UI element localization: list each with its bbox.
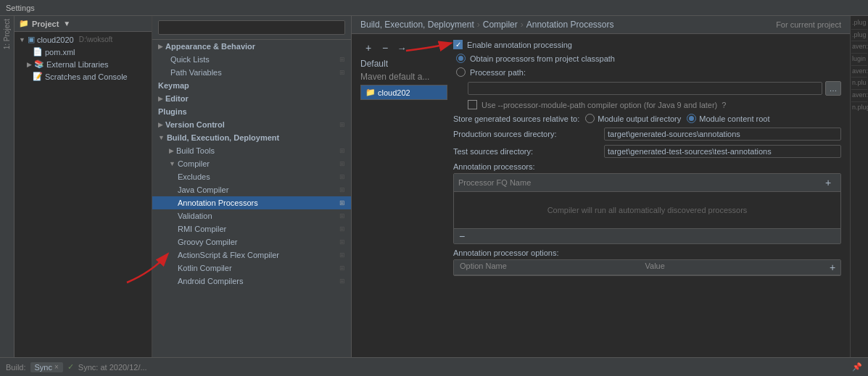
remove-module-button[interactable]: −: [377, 40, 393, 56]
appearance-arrow: ▶: [158, 43, 163, 50]
settings-search-container: [152, 16, 351, 40]
settings-item-compiler[interactable]: ▼ Compiler ⊞: [152, 157, 351, 170]
for-project: For current project: [776, 20, 841, 29]
settings-label-groovy: Groovy Compiler: [178, 238, 238, 246]
settings-item-actionscript[interactable]: ActionScript & Flex Compiler ⊞: [152, 248, 351, 262]
module-output-radio[interactable]: [585, 114, 595, 123]
settings-label-keymap: Keymap: [158, 81, 189, 90]
test-sources-input[interactable]: [604, 145, 841, 158]
project-panel-title: Project: [32, 20, 59, 28]
sync-tab[interactable]: Sync ×: [30, 362, 63, 372]
settings-label-appearance: Appearance & Behavior: [165, 42, 255, 51]
folder-icon: 📁: [19, 19, 29, 28]
settings-label-kotlin: Kotlin Compiler: [178, 264, 232, 272]
breadcrumb-part1: Build, Execution, Deployment: [360, 20, 474, 30]
use-processor-row: Use --processor-module-path compiler opt…: [453, 100, 841, 109]
tree-item-scratches[interactable]: 📝 Scratches and Console: [15, 70, 152, 83]
processor-path-browse-btn[interactable]: …: [825, 81, 841, 96]
test-sources-label: Test sources directory:: [453, 147, 598, 156]
settings-item-kotlin[interactable]: Kotlin Compiler ⊞: [152, 262, 351, 275]
settings-item-groovy[interactable]: Groovy Compiler ⊞: [152, 235, 351, 248]
tree-item-cloud2020[interactable]: ▼ ▣ cloud2020 D:\woksoft: [15, 33, 152, 46]
store-generated-label: Store generated sources relative to:: [453, 114, 579, 123]
vertical-project-tab: 1: Project: [0, 16, 15, 357]
pin-icon[interactable]: 📌: [852, 362, 862, 372]
obtain-processors-radio[interactable]: [456, 54, 466, 63]
ap-table-body: Compiler will run all automatically disc…: [454, 192, 840, 228]
right-item-7: aven:: [851, 90, 867, 102]
project-tab-label[interactable]: 1: Project: [3, 19, 11, 49]
settings-item-pathvars[interactable]: Path Variables ⊞: [152, 66, 351, 79]
icon-ql: ⊞: [339, 56, 345, 63]
compiler-arrow-open: ▼: [169, 160, 175, 167]
breadcrumb-sep1: ›: [477, 20, 480, 30]
right-panel: .plug .plug aven: lugin aven: n.plu aven…: [850, 16, 868, 357]
settings-item-quicklists[interactable]: Quick Lists ⊞: [152, 53, 351, 66]
settings-item-editor[interactable]: ▶ Editor: [152, 92, 351, 105]
module-folder-icon: 📁: [365, 88, 376, 97]
processor-path-radio[interactable]: [456, 67, 466, 77]
use-processor-label: Use --processor-module-path compiler opt…: [481, 101, 717, 109]
module-content-radio[interactable]: [687, 114, 696, 123]
right-item-5: aven:: [851, 66, 867, 78]
content-body: + − → Default Maven default a... 📁: [352, 34, 850, 357]
top-bar: Settings: [0, 0, 868, 16]
help-icon[interactable]: ?: [722, 101, 726, 109]
settings-item-excludes[interactable]: Excludes ⊞: [152, 170, 351, 183]
navigate-module-button[interactable]: →: [394, 40, 410, 56]
settings-label-quicklists: Quick Lists: [170, 55, 210, 64]
settings-label-excludes: Excludes: [178, 172, 210, 181]
settings-search-input[interactable]: [158, 20, 345, 35]
sync-close-icon[interactable]: ×: [54, 363, 59, 371]
module-output-radio-group: Module output directory: [585, 114, 681, 123]
annotation-processors-section: Annotation processors: Processor FQ Name…: [453, 162, 841, 244]
tree-item-external-libs[interactable]: ▶ 📚 External Libraries: [15, 58, 152, 70]
enable-processing-checkbox[interactable]: ✓: [453, 40, 463, 49]
settings-item-build[interactable]: ▼ Build, Execution, Deployment: [152, 131, 351, 144]
tree-label-pom: pom.xml: [45, 48, 75, 57]
settings-item-appearance[interactable]: ▶ Appearance & Behavior: [152, 40, 351, 53]
content-header: Build, Execution, Deployment › Compiler …: [352, 16, 850, 34]
editor-arrow: ▶: [158, 95, 163, 102]
settings-item-android[interactable]: Android Compilers ⊞: [152, 275, 351, 288]
ap-col-name: Processor FQ Name: [458, 178, 820, 187]
settings-label-validation: Validation: [178, 212, 212, 220]
ap-label: Annotation processors:: [453, 162, 841, 171]
icon-excl: ⊞: [339, 173, 345, 180]
enable-processing-row: ✓ Enable annotation processing: [453, 40, 841, 49]
settings-item-buildtools[interactable]: ▶ Build Tools ⊞: [152, 144, 351, 157]
ao-col-value: Value: [640, 260, 825, 275]
sync-tab-label: Sync: [35, 363, 52, 372]
settings-item-rmi[interactable]: RMI Compiler ⊞: [152, 222, 351, 235]
scratch-icon: 📝: [33, 72, 43, 81]
processor-path-input[interactable]: [468, 82, 822, 95]
project-header-arrow[interactable]: ▼: [63, 20, 70, 28]
tree-label-scratches: Scratches and Console: [45, 72, 128, 81]
settings-item-validation[interactable]: Validation ⊞: [152, 209, 351, 222]
module-output-label: Module output directory: [598, 114, 681, 123]
production-sources-label: Production sources directory:: [453, 130, 598, 138]
icon-gc: ⊞: [339, 238, 345, 246]
production-sources-input[interactable]: [604, 128, 841, 141]
settings-item-annotation[interactable]: Annotation Processors ⊞: [152, 196, 351, 209]
ap-remove-button[interactable]: −: [454, 229, 470, 243]
add-module-button[interactable]: +: [360, 40, 376, 56]
tree-item-pom[interactable]: 📄 pom.xml: [15, 46, 152, 58]
module-list-item-cloud[interactable]: 📁 cloud202: [361, 85, 447, 99]
settings-item-keymap[interactable]: Keymap: [152, 79, 351, 92]
maven-default-label: Maven default a...: [360, 72, 447, 82]
settings-item-javacomp[interactable]: Java Compiler ⊞: [152, 183, 351, 196]
icon-vc: ⊞: [339, 121, 345, 128]
bottom-bar: Build: Sync × ✓ Sync: at 2020/12/... 📌: [0, 357, 868, 376]
settings-item-vc[interactable]: ▶ Version Control ⊞: [152, 118, 351, 131]
icon-bt: ⊞: [339, 147, 345, 154]
right-item-6: n.plu: [851, 78, 867, 90]
sync-status: Sync: at 2020/12/...: [78, 363, 147, 372]
settings-label-rmi: RMI Compiler: [178, 225, 226, 233]
use-processor-checkbox[interactable]: [468, 100, 477, 109]
ap-add-button[interactable]: +: [820, 175, 836, 190]
ao-add-button[interactable]: +: [824, 260, 840, 275]
icon-kc: ⊞: [339, 264, 345, 272]
lib-icon: 📚: [34, 59, 44, 69]
settings-item-plugins[interactable]: Plugins: [152, 105, 351, 118]
